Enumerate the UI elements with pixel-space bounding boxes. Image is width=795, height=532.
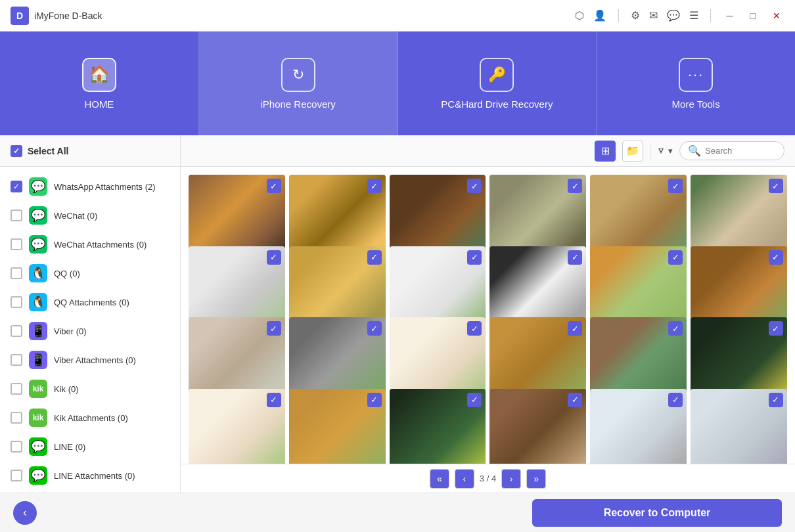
photo-check-4: ✓ — [568, 179, 582, 193]
prev-page-button[interactable]: ‹ — [455, 469, 474, 489]
viber-icon: 📱 — [29, 322, 47, 340]
last-page-button[interactable]: » — [526, 469, 546, 489]
qq-label: QQ (0) — [54, 269, 170, 278]
photo-check-23: ✓ — [668, 393, 683, 407]
content-area: ⊞ 📁 ⛛ ▾ 🔍 ✓ ✓ ✓ — [181, 135, 795, 493]
kik-attach-label: Kik Attachments (0) — [54, 413, 170, 423]
photo-check-22: ✓ — [568, 393, 582, 407]
sidebar: ✓ Select All ✓ 💬 WhatsApp Attachments (2… — [0, 135, 181, 493]
titlebar-separator — [618, 9, 619, 22]
photo-check-6: ✓ — [769, 179, 783, 193]
search-box[interactable]: 🔍 — [679, 141, 784, 160]
sidebar-item-qq[interactable]: 🐧 QQ (0) — [0, 259, 180, 288]
folder-view-button[interactable]: 📁 — [622, 141, 643, 162]
close-button[interactable]: ✕ — [769, 9, 784, 22]
wechat-attach-label: WeChat Attachments (0) — [54, 240, 170, 250]
line-attach-label: LINE Attachments (0) — [54, 471, 170, 481]
photo-check-2: ✓ — [367, 179, 382, 193]
photo-check-9: ✓ — [467, 250, 482, 265]
first-page-button[interactable]: « — [430, 469, 449, 489]
sidebar-item-line-attach[interactable]: 💬 LINE Attachments (0) — [0, 461, 180, 490]
photo-check-15: ✓ — [467, 321, 482, 336]
back-button[interactable]: ‹ — [13, 501, 37, 525]
photo-check-3: ✓ — [467, 179, 482, 193]
qq-icon: 🐧 — [29, 264, 47, 282]
maximize-button[interactable]: □ — [746, 9, 760, 22]
viber-attach-checkbox[interactable] — [11, 354, 22, 366]
search-input[interactable] — [705, 146, 776, 156]
line-attach-checkbox[interactable] — [11, 470, 22, 481]
pc-recovery-nav-icon: 🔑 — [480, 58, 514, 92]
photo-check-5: ✓ — [668, 179, 683, 193]
wechat-attach-checkbox[interactable] — [11, 238, 22, 250]
kik-attach-icon: kik — [29, 409, 47, 427]
photo-cell-19[interactable]: ✓ — [189, 389, 285, 464]
viber-checkbox[interactable] — [11, 325, 22, 337]
titlebar-separator-2 — [710, 9, 711, 22]
viber-label: Viber (0) — [54, 326, 170, 336]
wechat-checkbox[interactable] — [11, 210, 22, 221]
chat-icon[interactable]: 💬 — [667, 9, 680, 22]
photo-check-17: ✓ — [668, 321, 683, 336]
sidebar-item-whatsapp[interactable]: ✓ 💬 WhatsApp Attachments (2) — [0, 172, 180, 201]
qq-attach-icon: 🐧 — [29, 293, 47, 311]
nav-home[interactable]: 🏠 HOME — [0, 32, 199, 135]
photo-cell-20[interactable]: ✓ — [289, 389, 386, 464]
photo-cell-23[interactable]: ✓ — [590, 389, 687, 464]
sidebar-item-qq-attach[interactable]: 🐧 QQ Attachments (0) — [0, 288, 180, 317]
sidebar-list: ✓ 💬 WhatsApp Attachments (2) 💬 WeChat (0… — [0, 167, 180, 493]
grid-view-button[interactable]: ⊞ — [595, 141, 616, 162]
photo-check-13: ✓ — [267, 321, 281, 336]
kik-label: Kik (0) — [54, 384, 170, 394]
sidebar-item-viber-attach[interactable]: 📱 Viber Attachments (0) — [0, 345, 180, 374]
sidebar-item-wechat-attach[interactable]: 💬 WeChat Attachments (0) — [0, 230, 180, 259]
photo-check-14: ✓ — [367, 321, 382, 336]
photo-check-16: ✓ — [568, 321, 582, 336]
next-page-button[interactable]: › — [501, 469, 521, 489]
menu-icon[interactable]: ☰ — [689, 9, 698, 22]
mail-icon[interactable]: ✉ — [649, 9, 658, 22]
toolbar-separator — [650, 143, 650, 159]
home-nav-icon: 🏠 — [82, 58, 116, 92]
wechat-attach-icon: 💬 — [29, 235, 47, 254]
line-checkbox[interactable] — [11, 441, 22, 453]
main-content: ✓ Select All ✓ 💬 WhatsApp Attachments (2… — [0, 135, 795, 493]
viber-attach-icon: 📱 — [29, 351, 47, 369]
pagination: « ‹ 3 / 4 › » — [181, 464, 795, 493]
filter-dropdown-icon: ▾ — [668, 146, 673, 156]
kik-checkbox[interactable] — [11, 383, 22, 395]
nav-iphone-recovery-label: iPhone Recovery — [261, 99, 336, 110]
whatsapp-checkbox[interactable]: ✓ — [11, 181, 22, 192]
photo-cell-21[interactable]: ✓ — [390, 389, 486, 464]
photo-check-21: ✓ — [467, 393, 482, 407]
recover-to-computer-button[interactable]: Recover to Computer — [532, 499, 782, 527]
sidebar-item-line[interactable]: 💬 LINE (0) — [0, 432, 180, 461]
back-icon: ‹ — [23, 506, 27, 520]
select-all-checkbox[interactable]: ✓ — [11, 145, 22, 157]
photo-cell-22[interactable]: ✓ — [489, 389, 586, 464]
filter-icon: ⛛ — [657, 146, 666, 156]
kik-icon: kik — [29, 380, 47, 398]
whatsapp-icon: 💬 — [29, 177, 47, 196]
filter-button[interactable]: ⛛ ▾ — [657, 146, 673, 156]
kik-attach-checkbox[interactable] — [11, 412, 22, 424]
qq-checkbox[interactable] — [11, 267, 22, 279]
sidebar-item-kik[interactable]: kik Kik (0) — [0, 374, 180, 403]
photo-check-19: ✓ — [267, 393, 281, 407]
more-tools-nav-icon: ··· — [679, 58, 713, 92]
nav-more-tools[interactable]: ··· More Tools — [597, 32, 795, 135]
share-icon[interactable]: ⬡ — [575, 9, 584, 22]
sidebar-item-wechat[interactable]: 💬 WeChat (0) — [0, 201, 180, 230]
user-icon[interactable]: 👤 — [593, 9, 606, 22]
photo-check-8: ✓ — [367, 250, 382, 265]
minimize-button[interactable]: ─ — [723, 9, 737, 22]
qq-attach-checkbox[interactable] — [11, 296, 22, 308]
photo-cell-24[interactable]: ✓ — [691, 389, 787, 464]
sidebar-item-kik-attach[interactable]: kik Kik Attachments (0) — [0, 403, 180, 432]
select-all-label[interactable]: ✓ Select All — [11, 145, 69, 157]
nav-iphone-recovery[interactable]: ↻ iPhone Recovery — [199, 32, 398, 135]
nav-pc-recovery[interactable]: 🔑 PC&Hard Drive Recovery — [398, 32, 597, 135]
sidebar-item-viber[interactable]: 📱 Viber (0) — [0, 317, 180, 345]
photo-check-7: ✓ — [267, 250, 281, 265]
settings-icon[interactable]: ⚙ — [631, 9, 640, 22]
